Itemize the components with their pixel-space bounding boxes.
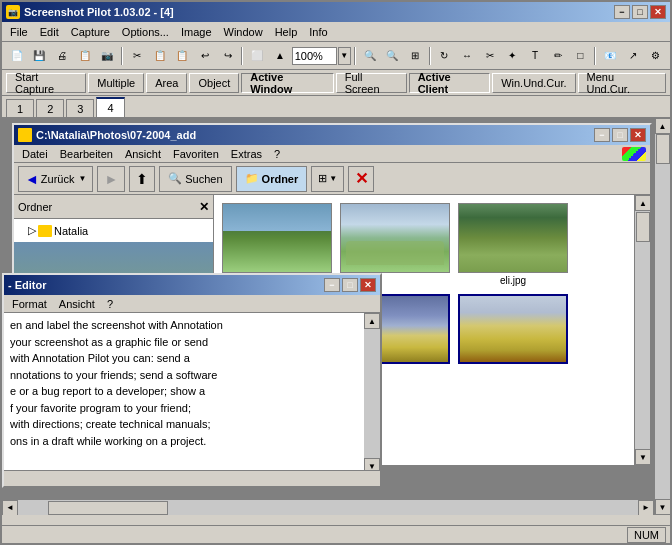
view-dropdown-icon[interactable]: ▼ <box>329 174 337 183</box>
folder-tree-label[interactable]: Natalia <box>54 225 88 237</box>
grid-view-icon: ⊞ <box>318 172 327 185</box>
menu-favoriten[interactable]: Favoriten <box>169 147 223 161</box>
menu-file[interactable]: File <box>4 24 34 40</box>
toolbar-flip[interactable]: ↔ <box>456 45 478 67</box>
editor-text-line-7: with directions; create technical manual… <box>10 416 360 433</box>
back-button[interactable]: ◄ Zurück ▼ <box>18 166 93 192</box>
menu-und-cur-button[interactable]: Menu Und.Cur. <box>578 73 666 93</box>
toolbar-settings[interactable]: ⚙ <box>644 45 666 67</box>
menu-edit[interactable]: Edit <box>34 24 65 40</box>
editor-close[interactable]: ✕ <box>360 278 376 292</box>
toolbar-redo[interactable]: ↪ <box>217 45 239 67</box>
active-client-button[interactable]: Active Client <box>409 73 490 93</box>
toolbar-effect[interactable]: ✦ <box>502 45 524 67</box>
multiple-button[interactable]: Multiple <box>88 73 144 93</box>
close-nav-button[interactable]: ✕ <box>348 166 374 192</box>
editor-status-bar <box>4 470 380 486</box>
editor-menu-ansicht[interactable]: Ansicht <box>55 297 99 311</box>
toolbar-copy[interactable]: 📋 <box>149 45 171 67</box>
toolbar-draw[interactable]: ✏ <box>547 45 569 67</box>
toolbar-shape[interactable]: □ <box>569 45 591 67</box>
tab-2[interactable]: 2 <box>36 99 64 117</box>
editor-minimize[interactable]: − <box>324 278 340 292</box>
toolbar-up-arrow[interactable]: ▲ <box>269 45 291 67</box>
win-und-cur-button[interactable]: Win.Und.Cur. <box>492 73 575 93</box>
bottom-scroll-right[interactable]: ► <box>638 500 654 516</box>
menu-datei[interactable]: Datei <box>18 147 52 161</box>
active-window-button[interactable]: Active Window <box>241 73 333 93</box>
search-button[interactable]: 🔍 Suchen <box>159 166 231 192</box>
menu-help[interactable]: Help <box>269 24 304 40</box>
explorer-scroll-up[interactable]: ▲ <box>635 195 650 211</box>
menu-question[interactable]: ? <box>270 147 284 161</box>
menu-options[interactable]: Options... <box>116 24 175 40</box>
back-dropdown-icon[interactable]: ▼ <box>78 174 86 183</box>
object-button[interactable]: Object <box>189 73 239 93</box>
main-scrollbar: ▲ ▼ <box>654 118 670 515</box>
minimize-button[interactable]: − <box>614 5 630 19</box>
toolbar-undo[interactable]: ↩ <box>194 45 216 67</box>
editor-menu-format[interactable]: Format <box>8 297 51 311</box>
toolbar-cut[interactable]: ✂ <box>126 45 148 67</box>
explorer-maximize[interactable]: □ <box>612 128 628 142</box>
menu-extras[interactable]: Extras <box>227 147 266 161</box>
menu-window[interactable]: Window <box>218 24 269 40</box>
editor-menu-help[interactable]: ? <box>103 297 117 311</box>
explorer-scroll-thumb[interactable] <box>636 212 650 242</box>
toolbar-new[interactable]: 📄 <box>6 45 28 67</box>
editor-title-label: - Editor <box>8 279 47 291</box>
toolbar-rotate[interactable]: ↻ <box>434 45 456 67</box>
folder-button[interactable]: 📁 Ordner <box>236 166 308 192</box>
toolbar-camera[interactable]: 📷 <box>97 45 119 67</box>
toolbar-send[interactable]: 📧 <box>599 45 621 67</box>
toolbar-zoom-out[interactable]: 🔍 <box>381 45 403 67</box>
toolbar-size[interactable]: ⬜ <box>246 45 268 67</box>
tab-4[interactable]: 4 <box>96 97 124 117</box>
full-screen-button[interactable]: Full Screen <box>336 73 407 93</box>
menu-bearbeiten[interactable]: Bearbeiten <box>56 147 117 161</box>
explorer-close[interactable]: ✕ <box>630 128 646 142</box>
tab-3[interactable]: 3 <box>66 99 94 117</box>
toolbar-text[interactable]: T <box>524 45 546 67</box>
menu-image[interactable]: Image <box>175 24 218 40</box>
status-bar: NUM <box>2 525 670 543</box>
photo-thumb-6[interactable] <box>458 294 568 364</box>
toolbar-save[interactable]: 💾 <box>29 45 51 67</box>
menu-ansicht[interactable]: Ansicht <box>121 147 165 161</box>
toolbar-scan[interactable]: 📋 <box>74 45 96 67</box>
explorer-scroll-down[interactable]: ▼ <box>635 449 650 465</box>
photo-thumb-eli[interactable] <box>458 203 568 273</box>
bottom-scroll-thumb[interactable] <box>48 501 168 515</box>
scroll-thumb[interactable] <box>656 134 670 164</box>
toolbar-crop[interactable]: ✂ <box>479 45 501 67</box>
toolbar-print[interactable]: 🖨 <box>51 45 73 67</box>
menu-capture[interactable]: Capture <box>65 24 116 40</box>
toolbar-fit[interactable]: ⊞ <box>404 45 426 67</box>
toolbar-zoom-in[interactable]: 🔍 <box>359 45 381 67</box>
app-icon: 📷 <box>6 5 20 19</box>
scroll-up-button[interactable]: ▲ <box>655 118 671 134</box>
toolbar-paste[interactable]: 📋 <box>171 45 193 67</box>
maximize-button[interactable]: □ <box>632 5 648 19</box>
photo-thumb-2[interactable] <box>340 203 450 273</box>
view-button[interactable]: ⊞ ▼ <box>311 166 344 192</box>
bottom-scroll-track <box>18 500 638 516</box>
editor-scroll-up[interactable]: ▲ <box>364 313 380 329</box>
explorer-menu-bar: Datei Bearbeiten Ansicht Favoriten Extra… <box>14 145 650 163</box>
explorer-minimize[interactable]: − <box>594 128 610 142</box>
folder-panel-close[interactable]: ✕ <box>199 200 209 214</box>
photo-thumb-1[interactable] <box>222 203 332 273</box>
area-button[interactable]: Area <box>146 73 187 93</box>
tree-expand-icon[interactable]: ▷ <box>28 224 36 237</box>
bottom-scroll-left[interactable]: ◄ <box>2 500 18 516</box>
start-capture-button[interactable]: Start Capture <box>6 73 86 93</box>
up-button[interactable]: ⬆ <box>129 166 155 192</box>
toolbar-share[interactable]: ↗ <box>622 45 644 67</box>
editor-maximize[interactable]: □ <box>342 278 358 292</box>
tab-1[interactable]: 1 <box>6 99 34 117</box>
scroll-down-button[interactable]: ▼ <box>655 499 671 515</box>
menu-info[interactable]: Info <box>303 24 333 40</box>
close-button[interactable]: ✕ <box>650 5 666 19</box>
forward-button[interactable]: ► <box>97 166 125 192</box>
zoom-dropdown[interactable]: ▼ <box>338 47 351 65</box>
